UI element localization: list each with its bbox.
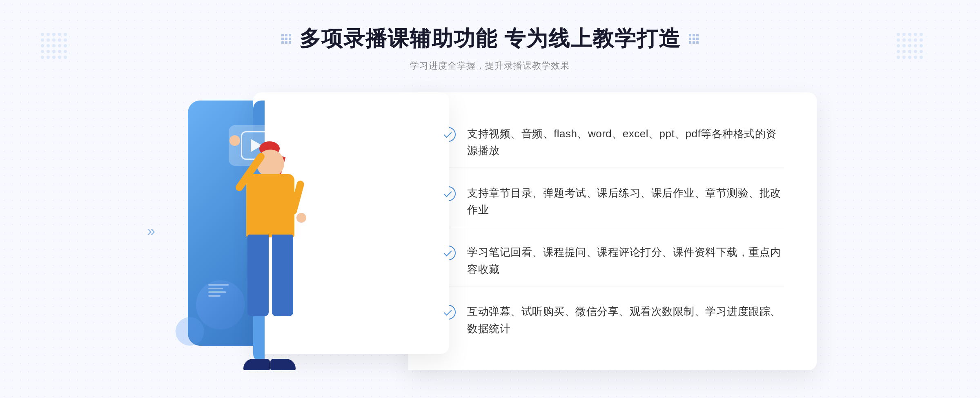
page-subtitle: 学习进度全掌握，提升录播课教学效果 — [281, 60, 699, 72]
right-decorative-dots — [689, 34, 699, 44]
left-arrow-icon: » — [147, 223, 155, 240]
feature-text-2: 支持章节目录、弹题考试、课后练习、课后作业、章节测验、批改作业 — [467, 185, 784, 219]
features-panel: 支持视频、音频、flash、word、excel、ppt、pdf等各种格式的资源… — [408, 92, 817, 370]
page-wrapper: 多项录播课辅助功能 专为线上教学打造 学习进度全掌握，提升录播课教学效果 » — [0, 0, 980, 398]
dot-decoration-right — [897, 33, 923, 59]
illustration-panel: » — [163, 92, 408, 370]
left-decorative-dots — [281, 34, 291, 44]
feature-item-1: 支持视频、音频、flash、word、excel、ppt、pdf等各种格式的资源… — [441, 117, 784, 168]
feature-text-4: 互动弹幕、试听购买、微信分享、观看次数限制、学习进度跟踪、数据统计 — [467, 303, 784, 337]
person-illustration — [204, 133, 327, 370]
feature-item-2: 支持章节目录、弹题考试、课后练习、课后作业、章节测验、批改作业 — [441, 177, 784, 227]
feature-text-3: 学习笔记回看、课程提问、课程评论打分、课件资料下载，重点内容收藏 — [467, 244, 784, 278]
header-section: 多项录播课辅助功能 专为线上教学打造 学习进度全掌握，提升录播课教学效果 — [281, 25, 699, 72]
content-section: » — [163, 92, 817, 370]
circle-decoration-2 — [176, 317, 204, 346]
dot-decoration-left — [41, 33, 67, 59]
page-title: 多项录播课辅助功能 专为线上教学打造 — [299, 25, 681, 53]
feature-text-1: 支持视频、音频、flash、word、excel、ppt、pdf等各种格式的资源… — [467, 125, 784, 159]
title-row: 多项录播课辅助功能 专为线上教学打造 — [281, 25, 699, 53]
feature-item-4: 互动弹幕、试听购买、微信分享、观看次数限制、学习进度跟踪、数据统计 — [441, 295, 784, 345]
feature-item-3: 学习笔记回看、课程提问、课程评论打分、课件资料下载，重点内容收藏 — [441, 236, 784, 286]
